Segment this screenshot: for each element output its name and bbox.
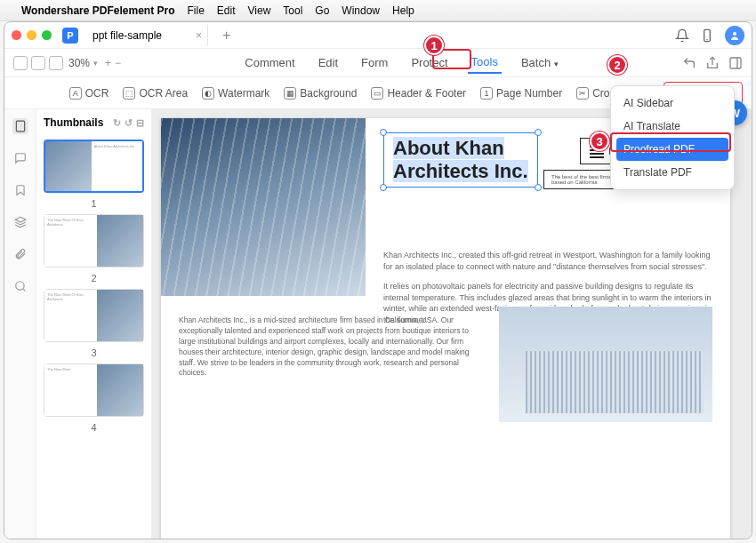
page-number-button[interactable]: 1Page Number [480,87,562,100]
page-number-icon: 1 [480,87,493,100]
tab-form[interactable]: Form [358,52,391,73]
thumbnails-panel: Thumbnails ↻↺⊟ About Khan Architects Inc… [36,109,152,539]
thumbnail-1-label: 1 [91,198,96,209]
thumbnail-4[interactable]: The New Work [44,363,144,417]
window-maximize[interactable] [42,30,52,40]
view-mode-group [13,56,63,70]
chevron-down-icon[interactable]: ▾ [93,59,98,68]
svg-marker-7 [15,217,26,222]
svg-line-9 [22,289,24,291]
thumbnail-2-label: 2 [44,273,144,283]
undo-icon[interactable] [682,56,696,70]
thumbnail-3-label: 3 [44,347,144,358]
crop-icon: ✂ [576,87,589,100]
bookmarks-icon[interactable] [12,182,28,198]
mid-building-image [499,307,712,422]
svg-rect-4 [730,58,741,68]
side-rail [4,109,36,539]
main-toolbar: 30% ▾ + − Comment Edit Form Protect Tool… [4,49,752,77]
title-line-2: Architects Inc. [393,160,528,182]
thumbnail-2[interactable]: The New Work Of Klan Architects [44,214,144,268]
refresh-icon[interactable]: ↻ [113,117,121,129]
view-grid-icon[interactable] [31,56,45,70]
tab-edit[interactable]: Edit [315,52,342,73]
menu-window[interactable]: Window [342,4,380,17]
mode-tabs: Comment Edit Form Protect Tools Batch ▾ [241,52,562,74]
menu-edit[interactable]: Edit [217,4,236,17]
dd-ai-sidebar[interactable]: AI Sidebar [611,92,734,115]
mobile-icon[interactable] [700,28,714,43]
tab-tools[interactable]: Tools [468,52,502,74]
close-panel-icon[interactable]: ⊟ [136,117,144,129]
tab-title: ppt file-sample [92,29,162,42]
view-twopage-icon[interactable] [49,56,63,70]
annotation-box-3 [610,132,731,152]
window-close[interactable] [12,30,21,40]
thumbnails-icon[interactable] [12,118,28,134]
svg-point-8 [15,282,23,290]
search-icon[interactable] [12,278,28,294]
menu-view[interactable]: View [248,4,271,17]
watermark-button[interactable]: ◐Watermark [202,87,269,100]
layers-icon[interactable] [12,214,28,230]
menu-go[interactable]: Go [315,4,329,17]
dd-translate-pdf[interactable]: Translate PDF [611,161,734,184]
svg-point-2 [733,32,736,36]
tab-comment[interactable]: Comment [241,52,298,73]
bell-icon[interactable] [675,28,689,43]
background-icon: ▦ [284,87,296,100]
thumbnail-4-label: 4 [44,422,144,433]
selected-text-box[interactable]: About Khan Architects Inc. [383,132,538,188]
zoom-in-icon[interactable]: + [105,57,111,69]
rotate-icon[interactable]: ↺ [125,117,133,129]
zoom-control[interactable]: 30% ▾ + − [68,57,121,69]
share-icon[interactable] [705,56,720,70]
step-badge-1: 1 [424,36,444,55]
comments-icon[interactable] [12,150,28,166]
app-name[interactable]: Wondershare PDFelement Pro [21,4,175,17]
zoom-value: 30% [68,57,90,69]
traffic-lights [12,30,52,40]
titlebar: P ppt file-sample × + [4,22,752,49]
app-icon: P [62,28,78,44]
step-badge-2: 2 [607,55,627,75]
thumbnails-title: Thumbnails [44,116,103,129]
ocr-area-button[interactable]: ⬚OCR Area [123,87,188,100]
tab-add-button[interactable]: + [222,28,230,44]
user-avatar[interactable] [725,26,744,45]
menu-help[interactable]: Help [392,4,414,17]
background-button[interactable]: ▦Background [284,87,357,100]
zoom-out-icon[interactable]: − [115,57,121,69]
hero-image [161,118,366,296]
window-minimize[interactable] [27,30,36,40]
tab-close-icon[interactable]: × [196,29,202,42]
thumbnail-1[interactable]: About Khan Architects Inc [44,140,144,193]
header-footer-button[interactable]: ▭Header & Footer [371,87,466,100]
panel-icon[interactable] [728,56,743,70]
step-badge-3: 3 [590,132,609,151]
system-menubar: Wondershare PDFelement Pro File Edit Vie… [0,0,756,21]
paragraph-1: Khan Architects Inc., created this off-g… [383,250,712,272]
ocr-area-icon: ⬚ [123,87,135,100]
thumbnail-3[interactable]: The New Work Of Klan Architects [44,289,144,342]
document-tab[interactable]: ppt file-sample × [84,25,208,46]
watermark-icon: ◐ [202,87,214,100]
title-line-1: About Khan [393,137,504,159]
menu-file[interactable]: File [188,4,205,17]
menu-tool[interactable]: Tool [283,4,302,17]
view-single-icon[interactable] [13,56,28,70]
ocr-button[interactable]: AOCR [69,87,109,100]
tab-batch[interactable]: Batch ▾ [518,52,562,73]
attachments-icon[interactable] [12,246,28,262]
header-footer-icon: ▭ [371,87,383,100]
ocr-icon: A [69,87,82,100]
svg-rect-6 [16,121,24,132]
